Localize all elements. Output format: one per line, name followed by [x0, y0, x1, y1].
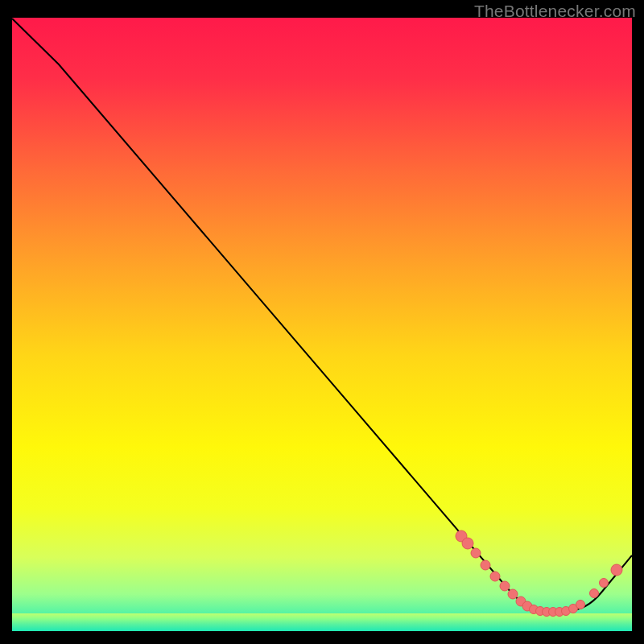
chart-frame: TheBottlenecker.com — [0, 0, 644, 644]
heatmap-background — [12, 18, 632, 631]
marker-dot — [490, 572, 500, 581]
marker-dot — [471, 548, 481, 558]
plot-area — [12, 18, 632, 631]
marker-dot — [600, 579, 609, 588]
marker-dot — [576, 601, 585, 609]
bottom-green-band — [12, 613, 632, 631]
gradient-plot — [12, 18, 632, 631]
marker-dot — [481, 560, 490, 570]
marker-dot — [590, 589, 599, 598]
marker-dot — [508, 589, 518, 599]
marker-dot — [462, 538, 473, 549]
marker-dot — [500, 581, 510, 591]
marker-dot — [611, 564, 622, 576]
